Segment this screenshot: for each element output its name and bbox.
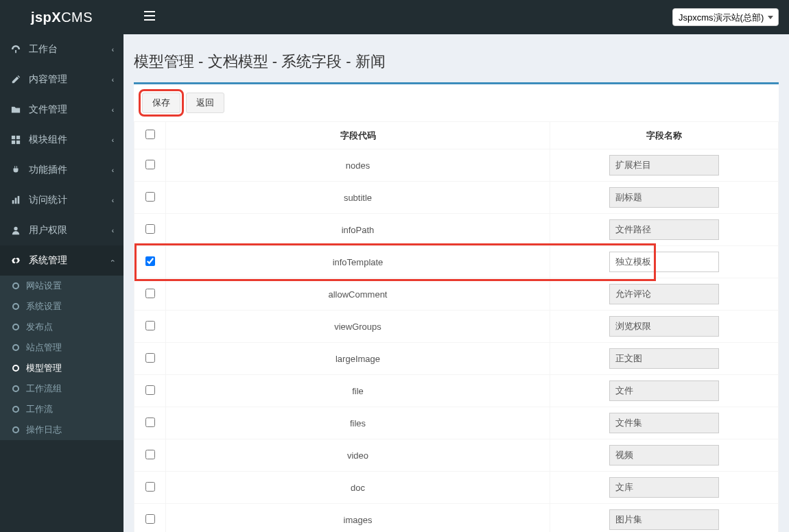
field-name-cell [550,439,779,472]
back-button[interactable]: 返回 [186,93,224,113]
sidebar-subitem[interactable]: 操作日志 [0,420,123,440]
field-code: images [166,504,550,533]
row-checkbox[interactable] [145,289,155,298]
field-code: nodes [166,149,550,182]
header-name: 字段名称 [550,122,779,149]
row-checkbox[interactable] [145,418,155,427]
gear-icon [10,256,22,265]
save-button[interactable]: 保存 [142,93,180,113]
field-name-input[interactable] [609,380,719,401]
bullet-icon [12,344,19,351]
bullet-icon [12,385,19,392]
sidebar-subitem[interactable]: 系统设置 [0,296,123,317]
panel: 保存 返回 字段代码 字段名称 nodessubtitleinfoPa [134,84,779,532]
field-name-input[interactable] [609,413,719,433]
fields-table: 字段代码 字段名称 nodessubtitleinfoPathinfoTempl… [134,121,779,532]
row-checkbox[interactable] [145,482,155,492]
field-code: file [166,375,550,407]
sidebar-item-dashboard[interactable]: 工作台‹ [0,34,123,64]
sidebar-item-label: 工作台 [29,43,112,56]
field-name-cell [550,182,779,214]
sidebar-item-user[interactable]: 用户权限‹ [0,215,123,245]
row-checkbox[interactable] [145,224,155,234]
bullet-icon [12,324,19,330]
table-row: files [134,407,779,439]
chevron-left-icon: ‹ [112,167,114,174]
row-checkbox[interactable] [145,450,155,459]
sidebar-item-label: 模块组件 [29,134,112,146]
sidebar-subitem[interactable]: 网站设置 [0,276,123,296]
sidebar-subitem-label: 操作日志 [26,424,62,436]
sidebar-item-plug[interactable]: 功能插件‹ [0,155,123,185]
table-row: largeImage [134,343,779,375]
sidebar-subitem[interactable]: 发布点 [0,317,123,337]
sidebar-item-edit[interactable]: 内容管理‹ [0,64,123,95]
field-name-input[interactable] [609,316,719,337]
svg-rect-3 [12,136,15,139]
table-row: infoTemplate [134,246,779,278]
sidebar-subitem[interactable]: 站点管理 [0,337,123,358]
svg-rect-8 [15,198,17,204]
field-name-input[interactable] [609,348,719,369]
sidebar-subitem-label: 模型管理 [26,362,62,374]
sidebar-subitem-label: 发布点 [26,321,53,333]
sidebar-item-grid[interactable]: 模块组件‹ [0,125,123,155]
field-name-input[interactable] [609,509,719,530]
sidebar-subitem[interactable]: 模型管理 [0,358,123,378]
field-name-cell [550,278,779,311]
row-checkbox[interactable] [145,160,155,169]
sidebar-item-label: 文件管理 [29,104,112,116]
sidebar-subitem-label: 网站设置 [26,280,62,292]
field-name-cell [550,375,779,407]
sidebar-item-label: 功能插件 [29,164,112,176]
field-name-input[interactable] [609,187,719,208]
field-name-cell [550,343,779,375]
sidebar-subitem[interactable]: 工作流组 [0,378,123,399]
field-name-input[interactable] [609,252,719,272]
site-select[interactable]: Jspxcms演示站(总部) [672,8,779,26]
field-name-input[interactable] [609,477,719,498]
sidebar-item-folder[interactable]: 文件管理‹ [0,95,123,125]
select-all-checkbox[interactable] [145,130,155,139]
field-name-input[interactable] [609,445,719,466]
table-row: subtitle [134,182,779,214]
chevron-left-icon: ‹ [112,46,114,53]
plug-icon [10,165,22,175]
chevron-left-icon: ‹ [112,136,114,144]
svg-rect-1 [144,15,155,16]
chevron-left-icon: ‹ [112,76,114,84]
field-code: largeImage [166,343,550,375]
navbar: Jspxcms演示站(总部) [123,0,789,34]
toolbar: 保存 返回 [134,84,779,121]
field-name-input[interactable] [609,284,719,304]
row-checkbox[interactable] [145,385,155,395]
sidebar-item-gear[interactable]: 系统管理‹ [0,245,123,276]
row-checkbox[interactable] [145,321,155,330]
svg-rect-7 [12,200,14,204]
sidebar-subitem-label: 工作流组 [26,383,62,395]
table-row: file [134,375,779,407]
sidebar-subitem-label: 工作流 [26,403,53,415]
row-checkbox[interactable] [145,514,155,524]
folder-icon [10,105,22,114]
row-checkbox[interactable] [145,192,155,202]
svg-point-10 [14,227,17,230]
bullet-icon [12,365,19,372]
field-code: files [166,407,550,439]
sidebar-item-label: 用户权限 [29,224,112,237]
row-checkbox[interactable] [145,353,155,363]
table-row: infoPath [134,214,779,246]
header-checkbox-cell [134,122,166,149]
field-code: viewGroups [166,311,550,343]
field-name-input[interactable] [609,155,719,176]
hamburger-icon[interactable] [134,4,165,30]
sidebar-subitem-label: 站点管理 [26,341,62,354]
row-checkbox[interactable] [145,256,155,266]
field-name-input[interactable] [609,219,719,240]
sidebar-item-label: 访问统计 [29,194,112,206]
sidebar-subitem[interactable]: 工作流 [0,399,123,420]
table-row: viewGroups [134,311,779,343]
field-name-cell [550,504,779,533]
sidebar-item-chart[interactable]: 访问统计‹ [0,185,123,215]
grid-icon [10,135,22,145]
